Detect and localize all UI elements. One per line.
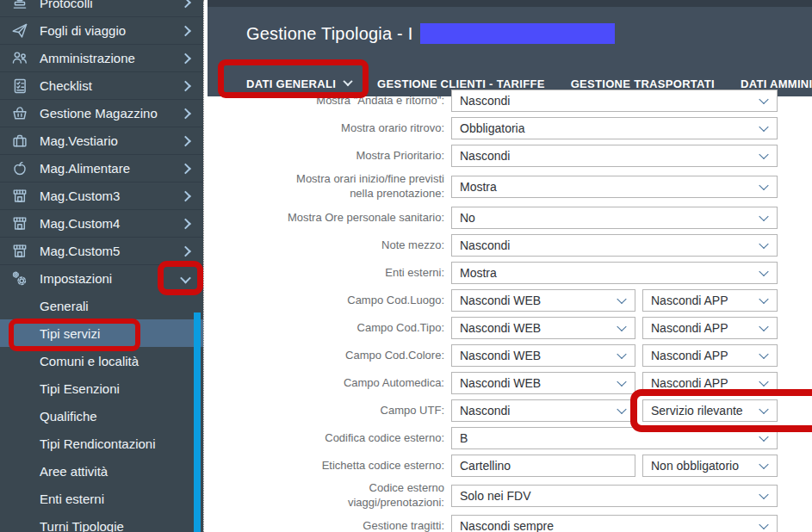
sidebar-item-label: Comuni e località xyxy=(40,354,139,368)
sidebar-item-amministrazione[interactable]: Amministrazione xyxy=(0,44,203,71)
sidebar-item-label: Qualifiche xyxy=(40,409,97,424)
dropdown-cod-tipo-web[interactable]: Nascondi WEB xyxy=(451,317,635,339)
sidebar-item-tipi-rendicontazioni[interactable]: Tipi Rendicontazioni xyxy=(0,430,203,457)
chevron-down-icon xyxy=(759,405,768,414)
dropdown-utf-servizio-rilevante[interactable]: Servizio rilevante xyxy=(642,399,778,422)
chevron-down-icon xyxy=(759,350,768,359)
stamp-icon xyxy=(11,0,28,11)
redaction-overlay xyxy=(420,23,615,44)
field-label: Campo Cod.Colore: xyxy=(276,349,444,363)
tab-gestione-trasportati[interactable]: GESTIONE TRASPORTATI xyxy=(571,77,715,90)
sidebar-item-aree-attivita[interactable]: Aree attività xyxy=(0,457,203,485)
title-row: Gestione Tipologia - I xyxy=(246,23,615,44)
form-row-ore-personale-sanitario: Mostra Ore personale sanitario: No xyxy=(208,204,812,232)
dropdown-orari-inizio-fine[interactable]: Mostra xyxy=(451,176,778,198)
chevron-down-icon xyxy=(759,490,768,499)
sidebar-item-impostazioni[interactable]: Impostazioni xyxy=(0,264,203,292)
tab-label: DATI AMMINISTR xyxy=(741,77,812,90)
form-row-gestione-tragitti: Gestione tragitti: Nascondi sempre xyxy=(208,512,812,532)
sidebar-item-turni-tipologie[interactable]: Turni Tipologie xyxy=(0,512,203,532)
dropdown-automedica-web[interactable]: Nascondi WEB xyxy=(451,372,635,394)
sidebar-scrollbar[interactable] xyxy=(194,312,201,532)
dropdown-prioritario[interactable]: Nascondi xyxy=(451,145,778,167)
chevron-down-icon xyxy=(759,122,768,132)
sidebar-item-qualifiche[interactable]: Qualifiche xyxy=(0,402,203,430)
tab-label: DATI GENERALI xyxy=(246,77,336,90)
dropdown-enti-esterni[interactable]: Mostra xyxy=(451,262,778,284)
sidebar-item-label: Fogli di viaggio xyxy=(40,23,126,38)
chevron-down-icon xyxy=(759,322,768,331)
dropdown-ore-personale-sanitario[interactable]: No xyxy=(451,207,778,229)
field-label: Etichetta codice esterno: xyxy=(276,459,444,473)
page-header: Gestione Tipologia - I DATI GENERALI GES… xyxy=(208,0,812,96)
form-row-campo-cod-tipo: Campo Cod.Tipo: Nascondi WEB Nascondi AP… xyxy=(208,314,812,342)
sidebar-item-label: Protocolli xyxy=(40,0,93,10)
chevron-right-icon xyxy=(180,80,191,91)
chevron-down-icon xyxy=(343,77,352,86)
etichetta-codice-esterno-input[interactable] xyxy=(451,455,635,477)
dropdown-cod-luogo-app[interactable]: Nascondi APP xyxy=(642,289,778,312)
sidebar-item-mag-custom5[interactable]: Mag.Custom5 xyxy=(0,237,203,264)
chevron-down-icon xyxy=(759,294,768,304)
dropdown-codifica-codice-esterno[interactable]: B xyxy=(451,427,778,449)
field-label: Enti esterni: xyxy=(276,266,444,281)
sidebar-item-label: Mag.Custom3 xyxy=(40,189,120,203)
checklist-icon xyxy=(11,77,28,95)
form-row-prioritario: Mostra Prioritario: Nascondi xyxy=(208,142,812,170)
settings-form: Mostra "Andata e ritorno": Nascondi Most… xyxy=(208,87,812,532)
sidebar-item-fogli-di-viaggio[interactable]: Fogli di viaggio xyxy=(0,16,203,44)
dropdown-cod-tipo-app[interactable]: Nascondi APP xyxy=(642,317,778,339)
chevron-right-icon xyxy=(180,218,191,229)
dropdown-etichetta-obbligatorieta[interactable]: Non obbligatorio xyxy=(642,455,778,477)
chevron-right-icon xyxy=(180,163,191,174)
sidebar-item-mag-custom4[interactable]: Mag.Custom4 xyxy=(0,209,203,237)
sidebar-item-tipi-servizi[interactable]: Tipi servizi xyxy=(0,319,203,347)
sidebar-item-label: Mag.Alimentare xyxy=(40,161,130,176)
chevron-down-icon xyxy=(759,460,768,469)
sidebar-item-label: Tipi servizi xyxy=(40,326,100,341)
field-label: Mostra Ore personale sanitario: xyxy=(276,211,444,226)
dropdown-utf-web[interactable]: Nascondi xyxy=(451,399,635,422)
sidebar-item-checklist[interactable]: Checklist xyxy=(0,71,203,99)
dropdown-automedica-app[interactable]: Nascondi APP xyxy=(642,372,778,394)
main-content: Gestione Tipologia - I DATI GENERALI GES… xyxy=(208,0,812,532)
dropdown-cod-luogo-web[interactable]: Nascondi WEB xyxy=(451,289,635,312)
sidebar-item-label: Gestione Magazzino xyxy=(40,106,158,121)
sidebar-item-label: Generali xyxy=(40,299,89,313)
sidebar-item-mag-vestiario[interactable]: Mag.Vestiario xyxy=(0,127,203,154)
sidebar-item-generali[interactable]: Generali xyxy=(0,292,203,319)
dropdown-cod-colore-web[interactable]: Nascondi WEB xyxy=(451,344,635,367)
chevron-right-icon xyxy=(180,53,191,64)
basket-icon xyxy=(11,105,28,122)
sidebar-item-label: Mag.Custom4 xyxy=(40,216,120,231)
tab-dati-amministrativi[interactable]: DATI AMMINISTR xyxy=(741,77,812,90)
sidebar-item-label: Mag.Vestiario xyxy=(40,133,118,148)
form-row-campo-cod-colore: Campo Cod.Colore: Nascondi WEB Nascondi … xyxy=(208,342,812,369)
app-window: Protocolli Fogli di viaggio Amministrazi… xyxy=(0,0,812,532)
chevron-down-icon xyxy=(617,405,626,414)
people-icon xyxy=(11,50,28,67)
tab-dati-generali[interactable]: DATI GENERALI xyxy=(246,77,351,90)
dropdown-cod-colore-app[interactable]: Nascondi APP xyxy=(642,344,778,367)
sidebar-item-gestione-magazzino[interactable]: Gestione Magazzino xyxy=(0,99,203,127)
field-label: Mostra Prioritario: xyxy=(276,149,444,164)
sidebar-item-tipi-esenzioni[interactable]: Tipi Esenzioni xyxy=(0,374,203,402)
sidebar-item-protocolli[interactable]: Protocolli xyxy=(0,0,203,16)
tab-gestione-clienti-tariffe[interactable]: GESTIONE CLIENTI - TARIFFE xyxy=(377,77,545,90)
chevron-down-icon xyxy=(759,432,768,442)
store-icon xyxy=(11,188,28,205)
dropdown-codice-esterno-viaggi[interactable]: Solo nei FDV xyxy=(451,485,778,507)
dropdown-andata-e-ritorno[interactable]: Nascondi xyxy=(451,90,778,112)
sidebar-item-comuni-e-localita[interactable]: Comuni e località xyxy=(0,347,203,374)
dropdown-note-mezzo[interactable]: Nascondi xyxy=(451,234,778,257)
sidebar-item-label: Turni Tipologie xyxy=(40,519,124,532)
dropdown-orario-ritrovo[interactable]: Obbligatoria xyxy=(451,117,778,139)
chevron-right-icon xyxy=(180,0,191,8)
sidebar-item-mag-custom3[interactable]: Mag.Custom3 xyxy=(0,182,203,209)
sidebar-item-mag-alimentare[interactable]: Mag.Alimentare xyxy=(0,154,203,182)
form-row-campo-utf: Campo UTF: Nascondi Servizio rilevante xyxy=(208,397,812,424)
sidebar-item-enti-esterni[interactable]: Enti esterni xyxy=(0,485,203,512)
dropdown-gestione-tragitti[interactable]: Nascondi sempre xyxy=(451,515,778,532)
sidebar-item-label: Enti esterni xyxy=(40,492,104,506)
chevron-down-icon xyxy=(759,267,768,276)
